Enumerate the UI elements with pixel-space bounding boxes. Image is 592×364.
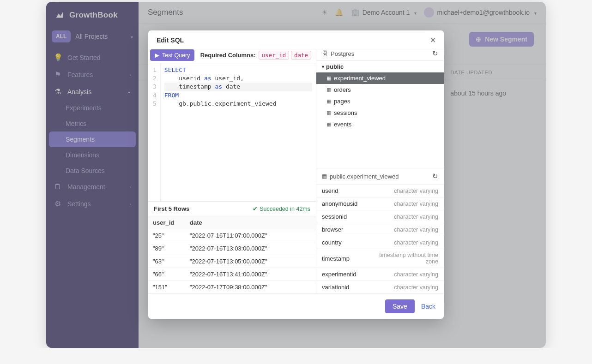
close-icon[interactable]: ×	[430, 36, 435, 44]
column-name: userid	[316, 185, 363, 197]
required-col-pill: user_id	[259, 51, 290, 60]
code-line[interactable]: SELECT	[164, 66, 312, 74]
datasource-label: 🗄 Postgres	[322, 50, 354, 57]
column-row: countrycharacter varying	[316, 236, 444, 249]
modal-title: Edit SQL	[157, 36, 184, 44]
editor-toolbar: ▶ Test Query Required Columns: user_id d…	[148, 49, 316, 64]
column-name: timestamp	[316, 249, 363, 268]
modal-footer: Save Back	[148, 293, 444, 319]
column-type: character varying	[363, 210, 444, 223]
results-cell: "151"	[148, 281, 185, 294]
query-status-text: Succeeded in 42ms	[260, 206, 310, 212]
back-button[interactable]: Back	[421, 303, 435, 310]
column-type: character varying	[363, 281, 444, 294]
schema-pane: 🗄 Postgres ↻ ▾ public ▦experiment_viewed…	[316, 49, 444, 293]
play-icon: ▶	[155, 52, 159, 59]
results-cell: "25"	[148, 229, 185, 242]
column-row: sessionidcharacter varying	[316, 210, 444, 223]
column-type: character varying	[363, 185, 444, 197]
schema-table-label: sessions	[334, 109, 357, 116]
table-row: "151""2022-07-17T09:38:00.000Z"	[148, 281, 316, 294]
query-status: ✔ Succeeded in 42ms	[253, 205, 310, 212]
schema-table-events[interactable]: ▦events	[316, 119, 444, 130]
table-icon: ▦	[322, 173, 327, 179]
line-gutter: 12345	[148, 64, 161, 201]
table-row: "89""2022-07-16T13:03:00.000Z"	[148, 242, 316, 255]
database-icon: 🗄	[322, 50, 328, 57]
column-name: anonymousid	[316, 197, 363, 210]
required-col-pill: date	[291, 51, 311, 60]
schema-table-label: events	[334, 121, 351, 128]
code-lines[interactable]: SELECT userid as user_id, timestamp as d…	[161, 64, 316, 201]
modal-header: Edit SQL ×	[148, 30, 444, 49]
results-title: First 5 Rows	[154, 205, 189, 212]
required-columns: Required Columns: user_id date	[200, 52, 311, 59]
column-type: character varying	[363, 236, 444, 249]
results-cell: "66"	[148, 268, 185, 281]
table-icon: ▦	[326, 75, 331, 81]
code-line[interactable]: timestamp as date	[164, 83, 312, 91]
editor-pane: ▶ Test Query Required Columns: user_id d…	[148, 49, 316, 293]
column-type: timestamp without time zone	[363, 249, 444, 268]
column-type: character varying	[363, 268, 444, 281]
schema-table-sessions[interactable]: ▦sessions	[316, 107, 444, 119]
save-button[interactable]: Save	[385, 299, 415, 313]
column-name: experimentid	[316, 268, 363, 281]
column-row: variationidcharacter varying	[316, 281, 444, 294]
column-row: timestamptimestamp without time zone	[316, 249, 444, 268]
results-cell: "63"	[148, 255, 185, 268]
column-name: country	[316, 236, 363, 249]
schema-detail-title: public.experiment_viewed	[330, 173, 399, 180]
results-cell: "2022-07-16T11:07:00.000Z"	[185, 229, 316, 242]
table-icon: ▦	[326, 98, 331, 104]
schema-table-label: experiment_viewed	[334, 75, 386, 82]
column-name: sessionid	[316, 210, 363, 223]
schema-table-label: orders	[334, 86, 351, 93]
table-row: "66""2022-07-16T13:41:00.000Z"	[148, 268, 316, 281]
edit-sql-modal: Edit SQL × ▶ Test Query Required Columns…	[148, 30, 444, 319]
column-row: browsercharacter varying	[316, 223, 444, 236]
schema-header: 🗄 Postgres ↻	[316, 49, 444, 60]
schema-table-orders[interactable]: ▦orders	[316, 84, 444, 95]
results-cell: "89"	[148, 242, 185, 255]
schema-detail-header: ▦ public.experiment_viewed ↻	[316, 168, 444, 184]
schema-tree: ▾ public ▦experiment_viewed▦orders▦pages…	[316, 60, 444, 130]
table-icon: ▦	[326, 121, 331, 127]
code-line[interactable]: FROM	[164, 91, 312, 100]
code-line[interactable]: userid as user_id,	[164, 74, 312, 83]
schema-table-label: pages	[334, 98, 350, 105]
datasource-name: Postgres	[331, 50, 354, 57]
column-type: character varying	[363, 197, 444, 210]
refresh-icon[interactable]: ↻	[432, 49, 438, 58]
check-icon: ✔	[253, 205, 258, 212]
test-query-label: Test Query	[162, 52, 190, 59]
chevron-down-icon: ▾	[322, 64, 324, 69]
results-cell: "2022-07-16T13:03:00.000Z"	[185, 242, 316, 255]
results-col-header: user_id	[148, 216, 185, 229]
schema-table-pages[interactable]: ▦pages	[316, 95, 444, 107]
table-icon: ▦	[326, 87, 331, 93]
app-frame: GrowthBook ALL All Projects 💡Get Started…	[46, 2, 546, 348]
column-type: character varying	[363, 223, 444, 236]
column-row: anonymousidcharacter varying	[316, 197, 444, 210]
results-cell: "2022-07-16T13:41:00.000Z"	[185, 268, 316, 281]
table-row: "63""2022-07-16T13:05:00.000Z"	[148, 255, 316, 268]
modal-overlay: Edit SQL × ▶ Test Query Required Columns…	[46, 2, 546, 348]
sql-editor[interactable]: 12345 SELECT userid as user_id, timestam…	[148, 64, 316, 201]
column-row: experimentidcharacter varying	[316, 268, 444, 281]
results-header: First 5 Rows ✔ Succeeded in 42ms	[148, 201, 316, 216]
refresh-icon[interactable]: ↻	[432, 172, 438, 180]
results-cell: "2022-07-16T13:05:00.000Z"	[185, 255, 316, 268]
schema-table-experiment_viewed[interactable]: ▦experiment_viewed	[316, 72, 444, 84]
table-row: "25""2022-07-16T11:07:00.000Z"	[148, 229, 316, 242]
results-table: user_iddate "25""2022-07-16T11:07:00.000…	[148, 216, 316, 293]
columns-table: useridcharacter varyinganonymousidcharac…	[316, 184, 444, 293]
table-icon: ▦	[326, 110, 331, 116]
test-query-button[interactable]: ▶ Test Query	[150, 49, 194, 61]
results-col-header: date	[185, 216, 316, 229]
code-line[interactable]: gb.public.experiment_viewed	[164, 100, 312, 108]
schema-group-public[interactable]: ▾ public	[316, 61, 444, 72]
results-cell: "2022-07-17T09:38:00.000Z"	[185, 281, 316, 294]
column-name: browser	[316, 223, 363, 236]
schema-group-label: public	[326, 63, 344, 70]
